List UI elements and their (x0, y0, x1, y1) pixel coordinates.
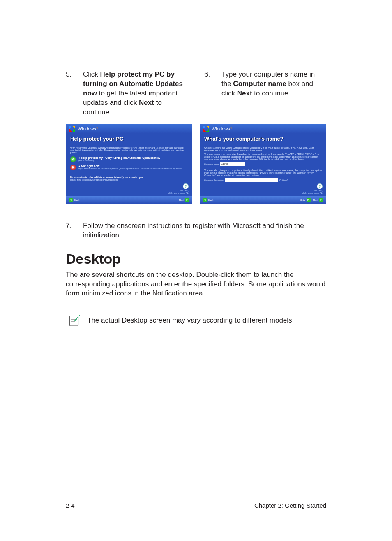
step-text: Follow the onscreen instructions to regi… (83, 221, 326, 240)
option-protect-now[interactable]: ✔ ○ Help protect my PC by turning on Aut… (70, 156, 188, 162)
note-callout: The actual Desktop screen may vary accor… (66, 310, 326, 331)
help-hint[interactable]: ? For help, click here or press F1. (168, 183, 189, 194)
intro-paragraph: With Automatic Updates, Windows can rout… (70, 146, 188, 154)
shield-x-icon: ✖ (70, 165, 76, 170)
wizard-footer: ◄Back Skip► Next► (200, 196, 326, 204)
back-button[interactable]: ◄Back (69, 198, 79, 202)
arrow-left-icon: ◄ (69, 198, 73, 202)
svg-rect-0 (70, 316, 78, 326)
arrow-right-icon: ► (307, 198, 311, 202)
bold-text: Computer name (233, 80, 286, 88)
bold-text: Next (237, 89, 252, 97)
chapter-label: Chapter 2: Getting Started (254, 502, 326, 509)
arrow-right-icon: ► (319, 198, 323, 202)
brand: Windowsxp (78, 126, 99, 131)
option-sub: If you haven't turned on Automatic Updat… (78, 167, 183, 170)
wizard-heading: What's your computer's name? (200, 133, 326, 144)
option-not-now[interactable]: ✖ ● Not right now If you haven't turned … (70, 165, 188, 170)
crop-mark-h (0, 20, 21, 20)
screenshots-row: Windowsxp Help protect your PC With Auto… (66, 124, 326, 204)
step-number: 5. (66, 70, 83, 117)
shield-check-icon: ✔ (70, 156, 76, 162)
text: Click (83, 70, 100, 78)
step-6: 6. Type your computer's name in the Comp… (204, 70, 326, 117)
titlebar: Windowsxp (200, 124, 326, 133)
computer-desc-input[interactable] (225, 178, 278, 182)
paragraph: You can also give your computer a friend… (204, 169, 322, 176)
step-5: 5. Click Help protect my PC by turning o… (66, 70, 188, 117)
arrow-right-icon: ► (185, 198, 189, 202)
help-text: click here or press F1. (302, 192, 323, 194)
option-title: ○ Help protect my PC by turning on Autom… (78, 156, 160, 159)
step-text: Type your computer's name in the Compute… (221, 70, 326, 117)
computer-desc-row: Computer description: (Optional) (204, 178, 322, 182)
paragraph: Choose a name for your PC that will help… (204, 146, 322, 151)
screenshot-computer-name: Windowsxp What's your computer's name? C… (200, 124, 326, 204)
skip-button[interactable]: Skip► (300, 198, 311, 202)
step-text: Click Help protect my PC by turning on A… (83, 70, 188, 117)
option-sub: (Recommended) (78, 159, 160, 162)
next-button[interactable]: Next► (313, 198, 323, 202)
privacy-link[interactable]: Please read the Windows Update privacy s… (70, 179, 188, 181)
wizard-body: With Automatic Updates, Windows can rout… (66, 144, 192, 196)
titlebar: Windowsxp (66, 124, 192, 133)
bold-text: Next (139, 99, 154, 107)
page-footer: 2-4 Chapter 2: Getting Started (66, 499, 326, 509)
next-button[interactable]: Next► (179, 198, 189, 202)
step-number: 6. (204, 70, 221, 117)
paragraph: You can name your computer based on its … (204, 153, 322, 160)
arrow-left-icon: ◄ (203, 198, 207, 202)
computer-name-input[interactable] (220, 162, 245, 166)
help-hint[interactable]: ? For help, click here or press F1. (302, 183, 323, 194)
option-title: ● Not right now (78, 165, 183, 167)
crop-mark-v (21, 0, 21, 20)
page-content: 5. Click Help protect my PC by turning o… (0, 0, 392, 331)
help-text: click here or press F1. (168, 192, 189, 194)
question-icon: ? (317, 183, 323, 189)
note-text: The actual Desktop screen may vary accor… (87, 316, 294, 325)
step-number: 7. (66, 221, 83, 240)
label: Computer description: (204, 179, 224, 181)
note-icon (68, 314, 81, 327)
step-7: 7. Follow the onscreen instructions to r… (66, 221, 326, 240)
back-button[interactable]: ◄Back (203, 198, 213, 202)
wizard-footer: ◄Back Next► (66, 196, 192, 204)
section-body: The are several shortcuts on the desktop… (66, 270, 326, 299)
brand: Windowsxp (212, 126, 233, 131)
windows-flag-icon (69, 126, 75, 132)
text: to continue. (252, 89, 291, 97)
steps-5-6-row: 5. Click Help protect my PC by turning o… (66, 70, 326, 117)
optional-label: (Optional) (279, 179, 288, 181)
windows-flag-icon (203, 126, 209, 132)
screenshot-help-protect: Windowsxp Help protect your PC With Auto… (66, 124, 192, 204)
section-heading-desktop: Desktop (66, 251, 326, 267)
wizard-body: Choose a name for your PC that will help… (200, 144, 326, 196)
computer-name-row: Computer name: (204, 162, 322, 166)
question-icon: ? (183, 183, 189, 189)
wizard-heading: Help protect your PC (66, 133, 192, 144)
label: Computer name: (204, 163, 219, 165)
text: to get the latest important updates and … (83, 89, 178, 107)
page-number: 2-4 (66, 502, 75, 509)
